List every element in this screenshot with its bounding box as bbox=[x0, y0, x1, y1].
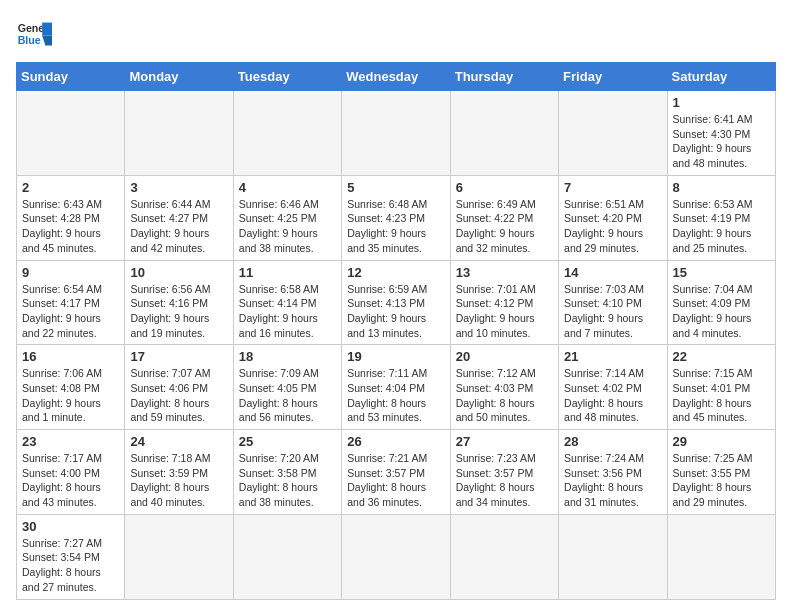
day-number: 1 bbox=[673, 95, 770, 110]
day-number: 7 bbox=[564, 180, 661, 195]
day-info: Sunrise: 6:43 AM Sunset: 4:28 PM Dayligh… bbox=[22, 197, 119, 256]
weekday-header-monday: Monday bbox=[125, 63, 233, 91]
day-info: Sunrise: 7:11 AM Sunset: 4:04 PM Dayligh… bbox=[347, 366, 444, 425]
day-info: Sunrise: 7:09 AM Sunset: 4:05 PM Dayligh… bbox=[239, 366, 336, 425]
weekday-header-friday: Friday bbox=[559, 63, 667, 91]
calendar-cell bbox=[125, 514, 233, 599]
day-number: 16 bbox=[22, 349, 119, 364]
day-number: 13 bbox=[456, 265, 553, 280]
calendar-cell: 8Sunrise: 6:53 AM Sunset: 4:19 PM Daylig… bbox=[667, 175, 775, 260]
day-number: 23 bbox=[22, 434, 119, 449]
day-number: 11 bbox=[239, 265, 336, 280]
calendar-cell bbox=[667, 514, 775, 599]
day-info: Sunrise: 6:48 AM Sunset: 4:23 PM Dayligh… bbox=[347, 197, 444, 256]
calendar-week-row: 30Sunrise: 7:27 AM Sunset: 3:54 PM Dayli… bbox=[17, 514, 776, 599]
svg-marker-2 bbox=[42, 23, 52, 36]
calendar-week-row: 2Sunrise: 6:43 AM Sunset: 4:28 PM Daylig… bbox=[17, 175, 776, 260]
calendar-cell: 13Sunrise: 7:01 AM Sunset: 4:12 PM Dayli… bbox=[450, 260, 558, 345]
day-info: Sunrise: 6:51 AM Sunset: 4:20 PM Dayligh… bbox=[564, 197, 661, 256]
day-number: 8 bbox=[673, 180, 770, 195]
logo-icon: General Blue bbox=[16, 16, 52, 52]
logo: General Blue bbox=[16, 16, 52, 52]
day-number: 24 bbox=[130, 434, 227, 449]
calendar-cell: 6Sunrise: 6:49 AM Sunset: 4:22 PM Daylig… bbox=[450, 175, 558, 260]
calendar-cell: 17Sunrise: 7:07 AM Sunset: 4:06 PM Dayli… bbox=[125, 345, 233, 430]
day-number: 12 bbox=[347, 265, 444, 280]
day-info: Sunrise: 7:12 AM Sunset: 4:03 PM Dayligh… bbox=[456, 366, 553, 425]
day-info: Sunrise: 6:44 AM Sunset: 4:27 PM Dayligh… bbox=[130, 197, 227, 256]
day-info: Sunrise: 6:56 AM Sunset: 4:16 PM Dayligh… bbox=[130, 282, 227, 341]
day-info: Sunrise: 6:54 AM Sunset: 4:17 PM Dayligh… bbox=[22, 282, 119, 341]
day-info: Sunrise: 7:04 AM Sunset: 4:09 PM Dayligh… bbox=[673, 282, 770, 341]
weekday-header-row: SundayMondayTuesdayWednesdayThursdayFrid… bbox=[17, 63, 776, 91]
calendar-cell: 30Sunrise: 7:27 AM Sunset: 3:54 PM Dayli… bbox=[17, 514, 125, 599]
calendar-cell: 24Sunrise: 7:18 AM Sunset: 3:59 PM Dayli… bbox=[125, 430, 233, 515]
calendar-cell: 4Sunrise: 6:46 AM Sunset: 4:25 PM Daylig… bbox=[233, 175, 341, 260]
calendar-cell bbox=[17, 91, 125, 176]
day-info: Sunrise: 7:27 AM Sunset: 3:54 PM Dayligh… bbox=[22, 536, 119, 595]
day-info: Sunrise: 6:53 AM Sunset: 4:19 PM Dayligh… bbox=[673, 197, 770, 256]
calendar-cell: 25Sunrise: 7:20 AM Sunset: 3:58 PM Dayli… bbox=[233, 430, 341, 515]
day-info: Sunrise: 6:41 AM Sunset: 4:30 PM Dayligh… bbox=[673, 112, 770, 171]
day-info: Sunrise: 7:23 AM Sunset: 3:57 PM Dayligh… bbox=[456, 451, 553, 510]
day-info: Sunrise: 7:06 AM Sunset: 4:08 PM Dayligh… bbox=[22, 366, 119, 425]
day-info: Sunrise: 7:24 AM Sunset: 3:56 PM Dayligh… bbox=[564, 451, 661, 510]
weekday-header-thursday: Thursday bbox=[450, 63, 558, 91]
calendar-cell: 29Sunrise: 7:25 AM Sunset: 3:55 PM Dayli… bbox=[667, 430, 775, 515]
day-number: 21 bbox=[564, 349, 661, 364]
day-info: Sunrise: 7:25 AM Sunset: 3:55 PM Dayligh… bbox=[673, 451, 770, 510]
day-info: Sunrise: 7:15 AM Sunset: 4:01 PM Dayligh… bbox=[673, 366, 770, 425]
calendar-week-row: 16Sunrise: 7:06 AM Sunset: 4:08 PM Dayli… bbox=[17, 345, 776, 430]
day-number: 26 bbox=[347, 434, 444, 449]
calendar-cell: 20Sunrise: 7:12 AM Sunset: 4:03 PM Dayli… bbox=[450, 345, 558, 430]
day-info: Sunrise: 7:01 AM Sunset: 4:12 PM Dayligh… bbox=[456, 282, 553, 341]
day-info: Sunrise: 6:49 AM Sunset: 4:22 PM Dayligh… bbox=[456, 197, 553, 256]
calendar-cell: 26Sunrise: 7:21 AM Sunset: 3:57 PM Dayli… bbox=[342, 430, 450, 515]
day-number: 19 bbox=[347, 349, 444, 364]
weekday-header-saturday: Saturday bbox=[667, 63, 775, 91]
calendar-cell: 10Sunrise: 6:56 AM Sunset: 4:16 PM Dayli… bbox=[125, 260, 233, 345]
day-info: Sunrise: 7:18 AM Sunset: 3:59 PM Dayligh… bbox=[130, 451, 227, 510]
calendar-cell: 14Sunrise: 7:03 AM Sunset: 4:10 PM Dayli… bbox=[559, 260, 667, 345]
day-number: 14 bbox=[564, 265, 661, 280]
calendar-week-row: 1Sunrise: 6:41 AM Sunset: 4:30 PM Daylig… bbox=[17, 91, 776, 176]
calendar-cell bbox=[233, 514, 341, 599]
day-info: Sunrise: 7:17 AM Sunset: 4:00 PM Dayligh… bbox=[22, 451, 119, 510]
day-info: Sunrise: 6:46 AM Sunset: 4:25 PM Dayligh… bbox=[239, 197, 336, 256]
calendar-cell bbox=[342, 514, 450, 599]
svg-text:Blue: Blue bbox=[18, 34, 41, 46]
calendar-cell: 7Sunrise: 6:51 AM Sunset: 4:20 PM Daylig… bbox=[559, 175, 667, 260]
calendar-cell: 12Sunrise: 6:59 AM Sunset: 4:13 PM Dayli… bbox=[342, 260, 450, 345]
svg-marker-3 bbox=[42, 36, 52, 46]
calendar-cell: 16Sunrise: 7:06 AM Sunset: 4:08 PM Dayli… bbox=[17, 345, 125, 430]
calendar-cell: 15Sunrise: 7:04 AM Sunset: 4:09 PM Dayli… bbox=[667, 260, 775, 345]
day-number: 5 bbox=[347, 180, 444, 195]
calendar-cell bbox=[559, 91, 667, 176]
day-number: 4 bbox=[239, 180, 336, 195]
day-number: 28 bbox=[564, 434, 661, 449]
calendar-cell bbox=[450, 514, 558, 599]
calendar-cell: 28Sunrise: 7:24 AM Sunset: 3:56 PM Dayli… bbox=[559, 430, 667, 515]
calendar-cell: 3Sunrise: 6:44 AM Sunset: 4:27 PM Daylig… bbox=[125, 175, 233, 260]
day-number: 30 bbox=[22, 519, 119, 534]
day-number: 3 bbox=[130, 180, 227, 195]
day-number: 18 bbox=[239, 349, 336, 364]
day-info: Sunrise: 6:58 AM Sunset: 4:14 PM Dayligh… bbox=[239, 282, 336, 341]
day-number: 22 bbox=[673, 349, 770, 364]
day-number: 10 bbox=[130, 265, 227, 280]
calendar-cell: 18Sunrise: 7:09 AM Sunset: 4:05 PM Dayli… bbox=[233, 345, 341, 430]
weekday-header-tuesday: Tuesday bbox=[233, 63, 341, 91]
day-info: Sunrise: 7:21 AM Sunset: 3:57 PM Dayligh… bbox=[347, 451, 444, 510]
calendar: SundayMondayTuesdayWednesdayThursdayFrid… bbox=[16, 62, 776, 600]
day-number: 2 bbox=[22, 180, 119, 195]
weekday-header-wednesday: Wednesday bbox=[342, 63, 450, 91]
calendar-week-row: 9Sunrise: 6:54 AM Sunset: 4:17 PM Daylig… bbox=[17, 260, 776, 345]
calendar-cell: 19Sunrise: 7:11 AM Sunset: 4:04 PM Dayli… bbox=[342, 345, 450, 430]
day-info: Sunrise: 7:14 AM Sunset: 4:02 PM Dayligh… bbox=[564, 366, 661, 425]
calendar-cell: 22Sunrise: 7:15 AM Sunset: 4:01 PM Dayli… bbox=[667, 345, 775, 430]
day-number: 15 bbox=[673, 265, 770, 280]
calendar-cell bbox=[342, 91, 450, 176]
day-number: 9 bbox=[22, 265, 119, 280]
calendar-cell: 11Sunrise: 6:58 AM Sunset: 4:14 PM Dayli… bbox=[233, 260, 341, 345]
day-number: 27 bbox=[456, 434, 553, 449]
